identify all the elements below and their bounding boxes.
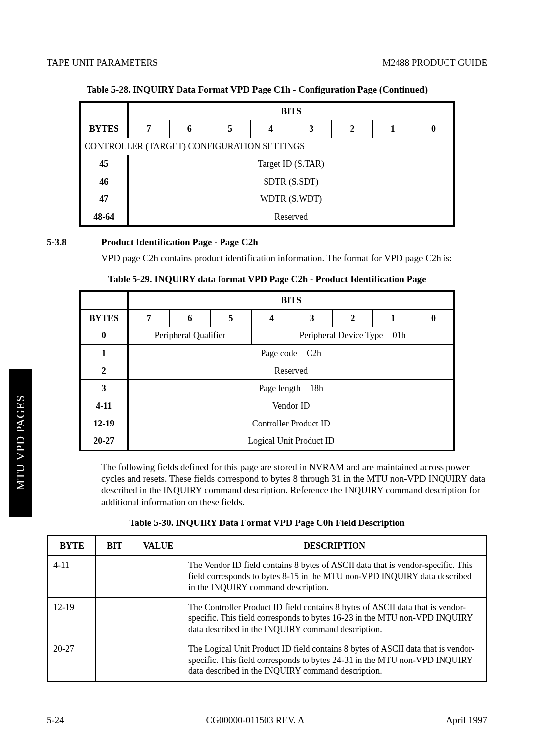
footer-left: 5-24 xyxy=(47,714,64,726)
side-tab-label: MTU VPD PAGES xyxy=(13,395,28,490)
byte-1219: 12-19 xyxy=(80,415,128,432)
t30-h-bit: BIT xyxy=(96,535,134,556)
footer-center: CG00000-011503 REV. A xyxy=(206,714,304,726)
bit-6b: 6 xyxy=(170,309,211,327)
para-after-t29: The following fields defined for this pa… xyxy=(101,461,487,508)
t30-r2-bit xyxy=(96,639,134,682)
byte-0: 0 xyxy=(80,327,128,345)
t30-r0-val xyxy=(134,556,183,598)
bit-4b: 4 xyxy=(252,309,292,327)
byte-3-desc: Page length = 18h xyxy=(128,379,454,397)
t30-r2-desc: The Logical Unit Product ID field contai… xyxy=(183,639,487,682)
byte-45-desc: Target ID (S.TAR) xyxy=(128,155,454,173)
t30-r0-byte: 4-11 xyxy=(48,556,96,598)
t30-r0-desc: The Vendor ID field contains 8 bytes of … xyxy=(183,556,487,598)
bits-header: BITS xyxy=(128,102,454,120)
bit-1: 1 xyxy=(372,120,413,138)
t30-r2-byte: 20-27 xyxy=(48,639,96,682)
byte-47-desc: WDTR (S.WDT) xyxy=(128,190,454,208)
bit-5b: 5 xyxy=(211,309,252,327)
bit-3: 3 xyxy=(291,120,332,138)
footer: 5-24 CG00000-011503 REV. A April 1997 xyxy=(47,714,487,726)
byte-1: 1 xyxy=(80,344,128,362)
t30-h-desc: DESCRIPTION xyxy=(183,535,487,556)
table-28-caption: Table 5-28. INQUIRY Data Format VPD Page… xyxy=(47,84,487,95)
byte-47: 47 xyxy=(80,190,128,208)
bit-6: 6 xyxy=(169,120,210,138)
byte-2027: 20-27 xyxy=(80,432,128,451)
table-29: BITS BYTES 7 6 5 4 3 2 1 0 0 Peripheral … xyxy=(79,290,455,451)
byte-411-desc: Vendor ID xyxy=(128,397,454,415)
byte-46-desc: SDTR (S.SDT) xyxy=(128,173,454,190)
t30-r1-byte: 12-19 xyxy=(48,597,96,639)
section-538-head: 5-3.8 Product Identification Page - Page… xyxy=(47,236,487,248)
bit-7: 7 xyxy=(128,120,169,138)
section-title: Product Identification Page - Page C2h xyxy=(101,236,258,248)
t30-h-byte: BYTE xyxy=(48,535,96,556)
bit-1b: 1 xyxy=(373,309,413,327)
running-header: TAPE UNIT PARAMETERS M2488 PRODUCT GUIDE xyxy=(47,57,487,69)
table-30: BYTE BIT VALUE DESCRIPTION 4-11 The Vend… xyxy=(47,535,487,682)
bytes-header-29: BYTES xyxy=(80,309,128,327)
bytes-header: BYTES xyxy=(80,120,128,138)
table-28: BITS BYTES 7 6 5 4 3 2 1 0 CONTROLLER (T… xyxy=(79,101,455,227)
byte-46: 46 xyxy=(80,173,128,190)
bit-2: 2 xyxy=(332,120,372,138)
footer-right: April 1997 xyxy=(446,714,487,726)
bit-3b: 3 xyxy=(292,309,332,327)
byte-4864-desc: Reserved xyxy=(128,208,454,226)
byte-45: 45 xyxy=(80,155,128,173)
byte-411: 4-11 xyxy=(80,397,128,415)
byte-3: 3 xyxy=(80,379,128,397)
bit-4: 4 xyxy=(251,120,291,138)
section-num: 5-3.8 xyxy=(47,236,101,248)
side-tab: MTU VPD PAGES xyxy=(9,369,32,517)
t30-r1-val xyxy=(134,597,183,639)
byte-4864: 48-64 xyxy=(80,208,128,226)
bit-0b: 0 xyxy=(413,309,454,327)
t30-r1-bit xyxy=(96,597,134,639)
bit-2b: 2 xyxy=(332,309,373,327)
section-banner: CONTROLLER (TARGET) CONFIGURATION SETTIN… xyxy=(80,138,454,155)
t30-h-value: VALUE xyxy=(134,535,183,556)
periph-dev-type: Peripheral Device Type = 01h xyxy=(252,327,454,345)
bit-5: 5 xyxy=(210,120,250,138)
bit-7b: 7 xyxy=(128,309,170,327)
t30-r1-desc: The Controller Product ID field contains… xyxy=(183,597,487,639)
table-29-caption: Table 5-29. INQUIRY data format VPD Page… xyxy=(47,273,487,285)
header-right: M2488 PRODUCT GUIDE xyxy=(382,57,487,69)
byte-1219-desc: Controller Product ID xyxy=(128,415,454,432)
periph-qual: Peripheral Qualifier xyxy=(128,327,252,345)
byte-2027-desc: Logical Unit Product ID xyxy=(128,432,454,451)
section-538-para: VPD page C2h contains product identifica… xyxy=(101,252,487,264)
table-30-caption: Table 5-30. INQUIRY Data Format VPD Page… xyxy=(47,517,487,529)
header-left: TAPE UNIT PARAMETERS xyxy=(47,57,158,69)
bit-0: 0 xyxy=(413,120,454,138)
page: TAPE UNIT PARAMETERS M2488 PRODUCT GUIDE… xyxy=(0,0,534,756)
byte-2: 2 xyxy=(80,362,128,380)
bits-header-29: BITS xyxy=(128,291,454,310)
byte-2-desc: Reserved xyxy=(128,362,454,380)
t30-r0-bit xyxy=(96,556,134,598)
t30-r2-val xyxy=(134,639,183,682)
byte-1-desc: Page code = C2h xyxy=(128,344,454,362)
